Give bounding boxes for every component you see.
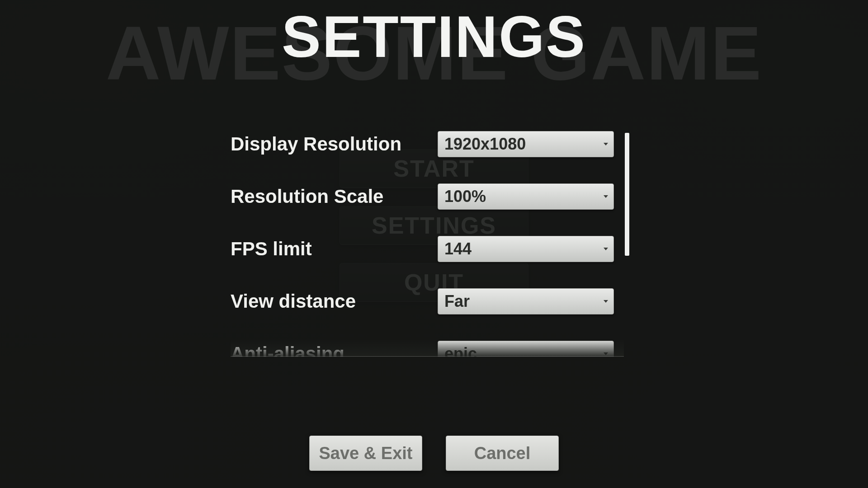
dropdown-value: epic (444, 344, 477, 357)
chevron-down-icon (604, 248, 608, 250)
setting-row-fps-limit: FPS limit 144 (231, 236, 614, 262)
fps-limit-dropdown[interactable]: 144 (438, 236, 614, 262)
setting-label: FPS limit (231, 238, 312, 260)
dropdown-value: Far (444, 292, 470, 311)
save-and-exit-button[interactable]: Save & Exit (309, 436, 422, 471)
setting-row-view-distance: View distance Far (231, 288, 614, 314)
chevron-down-icon (604, 352, 608, 355)
setting-label: Anti-aliasing (231, 343, 344, 357)
chevron-down-icon (604, 300, 608, 303)
setting-row-anti-aliasing: Anti-aliasing epic (231, 341, 614, 357)
dropdown-value: 868x488 (444, 135, 526, 154)
setting-label: View distance (231, 291, 356, 312)
chevron-down-icon (604, 143, 608, 145)
settings-title: SETTINGS (282, 3, 586, 70)
settings-list: Display Resolution 868x488 Resolution … (231, 131, 624, 357)
setting-row-resolution-scale: Resolution Scale 100% (231, 183, 614, 210)
cancel-button[interactable]: Cancel (446, 436, 559, 471)
dropdown-value: 100% (444, 187, 486, 206)
resolution-scale-dropdown[interactable]: 100% (438, 183, 614, 210)
setting-label: Display Resolution (231, 133, 401, 155)
settings-scrollbar[interactable] (625, 133, 629, 256)
settings-scroll-area: Display Resolution 868x488 Resolution … (231, 131, 629, 357)
settings-panel: SETTINGS Display Resolution 868x488 Re… (0, 0, 868, 488)
dropdown-value: 144 (444, 239, 472, 258)
view-distance-dropdown[interactable]: Far (438, 288, 614, 314)
settings-action-row: Save & Exit Cancel (309, 436, 559, 471)
setting-label: Resolution Scale (231, 186, 383, 207)
setting-row-display-resolution: Display Resolution 868x488 (231, 131, 614, 157)
anti-aliasing-dropdown[interactable]: epic (438, 341, 614, 357)
chevron-down-icon (604, 195, 608, 198)
display-resolution-dropdown[interactable]: 868x488 (438, 131, 614, 157)
